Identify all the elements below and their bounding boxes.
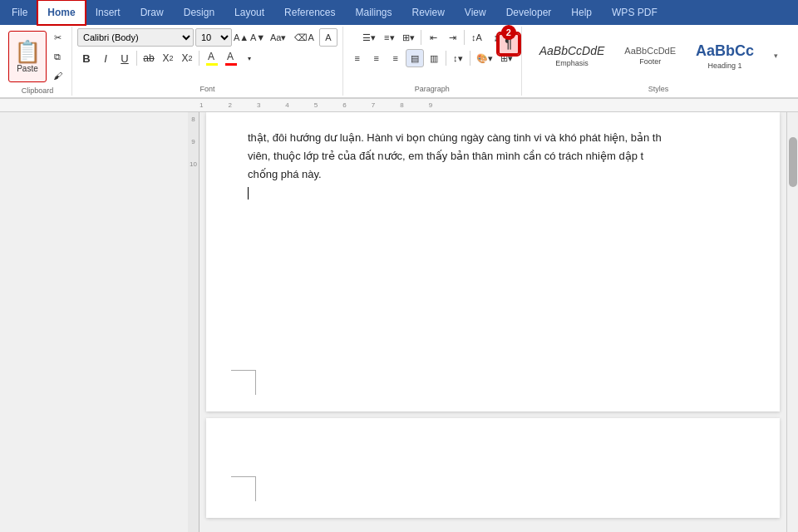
tab-row: File Home Insert Draw Design Layout Refe… — [0, 0, 798, 25]
line-spacing-button[interactable]: ↕▾ — [449, 49, 467, 67]
text-highlight-button[interactable]: A — [202, 49, 220, 67]
paragraph-3: chống phá này. — [248, 165, 738, 184]
paragraph-2: viên, thuộc lớp trẻ của đất nước, em thấ… — [248, 147, 738, 165]
cut-button[interactable]: ✂ — [48, 28, 66, 47]
clear-format-button[interactable]: ⌫A — [291, 28, 317, 47]
text-cursor — [248, 187, 249, 200]
style-emphasis-sample: AaBbCcDdE — [539, 44, 605, 57]
ruler-mark: 3 — [257, 101, 260, 109]
tab-layout[interactable]: Layout — [224, 0, 274, 25]
tab-draw[interactable]: Draw — [131, 0, 174, 25]
pages-area: thật, đôi hướng dư luận. Hành vi bọn chú… — [200, 112, 786, 532]
tab-review[interactable]: Review — [402, 0, 455, 25]
font-group: Calibri (Body) 10 11 12 A▲ A▼ Aa▾ ⌫A A B — [72, 27, 343, 96]
para-row-1: ☰▾ ≡▾ ⊞▾ ⇤ ⇥ ↕A ↨ — [359, 28, 505, 47]
font-size-select[interactable]: 10 11 12 — [195, 28, 232, 47]
multilevel-button[interactable]: ⊞▾ — [399, 28, 418, 47]
clipboard-group: 📋 Paste ✂ ⧉ 🖌 Clipboard — [3, 27, 72, 96]
styles-group: AaBbCcDdE Emphasis AaBbCcDdE Footer AaBb… — [522, 27, 795, 96]
ruler-mark: 6 — [342, 101, 346, 109]
tab-insert[interactable]: Insert — [86, 0, 131, 25]
vertical-ruler: 8 9 10 — [188, 112, 200, 532]
tab-file[interactable]: File — [2, 0, 37, 25]
tab-developer[interactable]: Developer — [496, 0, 562, 25]
italic-button[interactable]: I — [96, 49, 115, 67]
styles-expand-button[interactable]: ▾ — [766, 47, 785, 65]
ruler-mark: 2 — [228, 101, 231, 109]
paste-button[interactable]: 📋 Paste — [8, 31, 47, 82]
underline-button[interactable]: U — [116, 49, 134, 67]
para-sep4 — [470, 51, 470, 66]
paste-icon: 📋 — [14, 41, 41, 62]
cursor-paragraph — [248, 184, 738, 202]
align-right-button[interactable]: ≡ — [387, 49, 405, 67]
style-heading1[interactable]: AaBbCc Heading 1 — [688, 32, 761, 80]
align-left-button[interactable]: ≡ — [348, 49, 367, 67]
bullets-button[interactable]: ☰▾ — [359, 28, 379, 47]
font-row-1: Calibri (Body) 10 11 12 A▲ A▼ Aa▾ ⌫A A — [77, 28, 337, 47]
para-sep2 — [464, 30, 465, 45]
columns-button[interactable]: ▥ — [425, 49, 443, 67]
ruler-mark: 5 — [314, 101, 318, 109]
format-painter-button[interactable]: 🖌 — [48, 66, 66, 85]
tab-design[interactable]: Design — [174, 0, 224, 25]
strikethrough-button[interactable]: ab — [140, 49, 158, 67]
tab-home[interactable]: Home — [37, 0, 85, 25]
copy-button[interactable]: ⧉ — [48, 47, 66, 66]
style-heading1-label: Heading 1 — [708, 62, 742, 70]
scrollbar[interactable] — [786, 112, 798, 532]
change-case-button[interactable]: Aa▾ — [267, 28, 289, 47]
para-sep1 — [421, 30, 421, 45]
toolbar-row: 📋 Paste ✂ ⧉ 🖌 Clipboard Calibri (Body) — [0, 25, 798, 98]
styles-group-label: Styles — [648, 83, 669, 94]
increase-indent-button[interactable]: ⇥ — [443, 28, 461, 47]
tab-wps-pdf[interactable]: WPS PDF — [602, 0, 667, 25]
style-footer-label: Footer — [639, 57, 661, 66]
ruler-mark: 7 — [372, 101, 375, 109]
ruler-mark: 4 — [285, 101, 288, 109]
style-emphasis[interactable]: AaBbCcDdE Emphasis — [532, 32, 613, 80]
justify-button[interactable]: ▤ — [406, 49, 424, 67]
style-footer[interactable]: AaBbCcDdE Footer — [617, 32, 683, 80]
para-row-2: ≡ ≡ ≡ ▤ ▥ ↕▾ 🎨▾ ⊞▾ — [348, 49, 516, 67]
page-1[interactable]: thật, đôi hướng dư luận. Hành vi bọn chú… — [206, 112, 780, 411]
style-heading1-sample: AaBbCc — [696, 42, 754, 60]
font-color-button[interactable]: A — [221, 49, 239, 67]
subscript-button[interactable]: X2 — [159, 49, 177, 67]
shading-button[interactable]: 🎨▾ — [473, 49, 496, 67]
clipboard-label: Clipboard — [22, 85, 54, 96]
para-sep3 — [446, 51, 446, 66]
main-area: 8 9 10 thật, đôi hướng dư luận. Hành vi … — [0, 112, 798, 532]
paragraph-1: thật, đôi hướng dư luận. Hành vi bọn chú… — [248, 129, 738, 147]
font-group-label: Font — [200, 83, 214, 94]
style-footer-sample: AaBbCcDdE — [624, 46, 676, 56]
number-badge: 2 — [501, 25, 516, 40]
font-format-row: B I U ab X2 X2 A A — [77, 49, 259, 67]
decrease-font-button[interactable]: A▼ — [250, 30, 265, 45]
sort-button[interactable]: ↕A — [467, 28, 485, 47]
tab-help[interactable]: Help — [561, 0, 602, 25]
tab-mailings[interactable]: Mailings — [345, 0, 401, 25]
paragraph-group-label: Paragraph — [415, 83, 450, 94]
page-2-content[interactable] — [206, 418, 780, 451]
page-2[interactable] — [206, 418, 780, 518]
separator — [136, 51, 137, 66]
bold-button[interactable]: B — [77, 49, 96, 67]
tab-references[interactable]: References — [274, 0, 345, 25]
increase-font-button[interactable]: A▲ — [234, 30, 249, 45]
horizontal-ruler: 1 2 3 4 5 6 7 8 9 — [0, 99, 798, 112]
align-center-button[interactable]: ≡ — [367, 49, 386, 67]
font-color-dropdown[interactable]: ▾ — [240, 49, 259, 67]
tab-view[interactable]: View — [455, 0, 496, 25]
page-break-marker-1 — [231, 370, 256, 395]
decrease-indent-button[interactable]: ⇤ — [424, 28, 442, 47]
style-emphasis-label: Emphasis — [555, 59, 589, 67]
superscript-button[interactable]: X2 — [178, 49, 196, 67]
text-effects-button[interactable]: A — [319, 28, 337, 47]
ruler-mark: 8 — [400, 101, 403, 109]
scrollbar-thumb[interactable] — [789, 137, 797, 187]
font-family-select[interactable]: Calibri (Body) — [77, 28, 194, 47]
page-1-content[interactable]: thật, đôi hướng dư luận. Hành vi bọn chú… — [206, 112, 780, 219]
numbering-button[interactable]: ≡▾ — [380, 28, 398, 47]
ruler-mark: 1 — [200, 101, 203, 109]
